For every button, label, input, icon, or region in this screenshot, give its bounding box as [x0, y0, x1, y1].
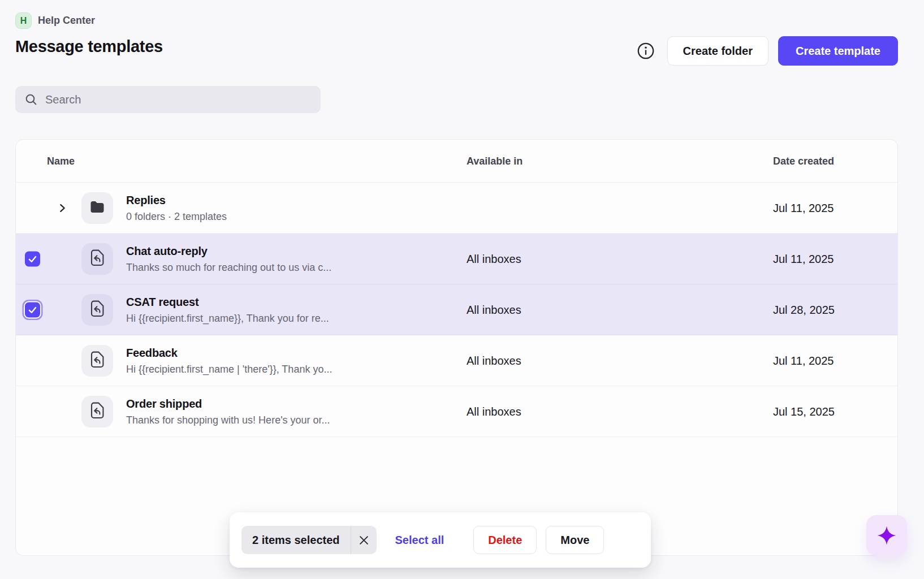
table-row[interactable]: Feedback Hi {{recipient.first_name | 'th…: [16, 335, 897, 386]
cell-date: Jul 28, 2025: [773, 303, 835, 316]
row-title: Order shipped: [126, 397, 330, 410]
row-icon-tile: [81, 396, 113, 427]
search-bar: [15, 86, 321, 113]
table-header: Name Available in Date created: [16, 140, 897, 183]
header-actions: Create folder Create template: [636, 36, 898, 66]
row-checkbox[interactable]: [25, 302, 40, 317]
row-title: Feedback: [126, 346, 332, 359]
info-button[interactable]: [636, 41, 655, 61]
row-icon-tile: [81, 192, 113, 224]
sparkle-icon: [875, 524, 899, 547]
close-icon: [359, 535, 369, 545]
table-body: Replies 0 folders · 2 templates Jul 11, …: [16, 183, 897, 437]
column-header-date-created: Date created: [773, 155, 834, 167]
page-title: Message templates: [15, 37, 163, 56]
row-subtitle: 0 folders · 2 templates: [126, 210, 227, 222]
breadcrumb[interactable]: H Help Center: [15, 12, 95, 29]
checkmark-icon: [27, 253, 38, 264]
ai-assistant-button[interactable]: [866, 515, 907, 556]
cell-available: All inboxes: [467, 405, 521, 418]
table-row[interactable]: CSAT request Hi {{recipient.first_name}}…: [16, 284, 897, 335]
checkmark-icon: [27, 304, 38, 315]
selection-count-pill: 2 items selected: [241, 526, 377, 554]
cell-date: Jul 11, 2025: [773, 354, 834, 367]
row-subtitle: Hi {{recipient.first_name | 'there'}}, T…: [126, 363, 332, 375]
row-icon-tile: [81, 294, 113, 326]
create-folder-button[interactable]: Create folder: [667, 36, 768, 66]
table-row[interactable]: Order shipped Thanks for shopping with u…: [16, 386, 897, 437]
row-title: CSAT request: [126, 295, 329, 308]
row-subtitle: Hi {{recipient.first_name}}, Thank you f…: [126, 312, 329, 324]
row-icon-tile: [81, 345, 113, 377]
cell-available: All inboxes: [467, 252, 521, 265]
row-text: CSAT request Hi {{recipient.first_name}}…: [126, 295, 329, 324]
help-center-badge-icon: H: [15, 12, 32, 29]
select-all-button[interactable]: Select all: [395, 534, 444, 547]
row-text: Replies 0 folders · 2 templates: [126, 193, 227, 222]
templates-table: Name Available in Date created: [15, 139, 898, 556]
row-icon-tile: [81, 243, 113, 275]
breadcrumb-label: Help Center: [38, 15, 95, 27]
search-icon: [25, 93, 37, 106]
delete-button[interactable]: Delete: [473, 526, 537, 554]
selection-bar: 2 items selected Select all Delete Move: [230, 512, 651, 568]
column-header-available-in: Available in: [467, 155, 523, 167]
row-subtitle: Thanks for shopping with us! Here's your…: [126, 414, 330, 426]
info-icon: [637, 42, 655, 60]
cell-available: All inboxes: [467, 303, 521, 316]
move-button[interactable]: Move: [546, 526, 604, 554]
row-title: Replies: [126, 193, 227, 206]
row-text: Feedback Hi {{recipient.first_name | 'th…: [126, 346, 332, 375]
row-text: Chat auto-reply Thanks so much for reach…: [126, 244, 331, 273]
template-icon: [90, 351, 105, 370]
row-expand-chevron[interactable]: [58, 203, 67, 213]
row-text: Order shipped Thanks for shopping with u…: [126, 397, 330, 426]
template-icon: [90, 249, 105, 269]
cell-date: Jul 15, 2025: [773, 405, 835, 418]
row-title: Chat auto-reply: [126, 244, 331, 257]
search-input[interactable]: [45, 86, 321, 113]
table-row[interactable]: Replies 0 folders · 2 templates Jul 11, …: [16, 183, 897, 234]
folder-icon: [89, 200, 105, 217]
cell-date: Jul 11, 2025: [773, 201, 834, 214]
create-template-button[interactable]: Create template: [778, 36, 898, 66]
template-icon: [90, 402, 105, 421]
cell-available: All inboxes: [467, 354, 521, 367]
chevron-right-icon: [58, 203, 67, 213]
column-header-name: Name: [47, 155, 75, 167]
clear-selection-button[interactable]: [351, 526, 377, 554]
cell-date: Jul 11, 2025: [773, 252, 834, 265]
row-subtitle: Thanks so much for reaching out to us vi…: [126, 261, 331, 273]
selection-count-label: 2 items selected: [241, 534, 351, 547]
template-icon: [90, 300, 105, 319]
row-checkbox[interactable]: [25, 251, 40, 266]
table-row[interactable]: Chat auto-reply Thanks so much for reach…: [16, 234, 897, 284]
